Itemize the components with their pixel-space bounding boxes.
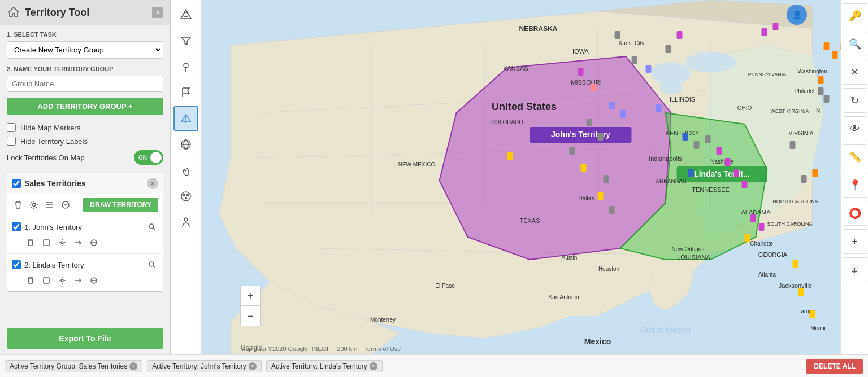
location-tool-button[interactable]: 📍 xyxy=(843,173,867,198)
crosshair-tool-button[interactable]: ✕ xyxy=(843,60,867,85)
lock-territories-label: Lock Territories On Map xyxy=(7,154,128,162)
draw-territory-button[interactable]: DRAW TERRITORY xyxy=(83,198,158,212)
territory-group-header: Sales Territories × xyxy=(7,173,163,194)
export-button[interactable]: Export To File xyxy=(7,328,163,349)
territory-2-shape-icon[interactable] xyxy=(40,274,53,287)
svg-rect-100 xyxy=(598,133,604,141)
territory-2-circle-icon[interactable] xyxy=(88,274,100,287)
status-bar: Active Territory Group: Sales Territorie… xyxy=(0,354,868,377)
svg-rect-112 xyxy=(705,135,711,143)
svg-rect-118 xyxy=(750,214,756,222)
step2-label: 2. NAME YOUR TERRITORY GROUP xyxy=(7,65,163,72)
group-name-input[interactable] xyxy=(7,76,163,92)
svg-text:SOUTH CAROLINA: SOUTH CAROLINA xyxy=(767,221,812,227)
filter-tool-button[interactable] xyxy=(173,28,198,53)
svg-text:Charlotte: Charlotte xyxy=(750,240,773,247)
add-territory-group-button[interactable]: ADD TERRITORY GROUP + xyxy=(7,98,163,115)
svg-point-22 xyxy=(184,63,188,68)
fire-tool-button[interactable] xyxy=(173,158,198,183)
territory-1-checkbox[interactable] xyxy=(12,222,21,231)
territory-1-settings-icon[interactable] xyxy=(56,236,68,249)
svg-point-28 xyxy=(181,192,190,201)
svg-rect-102 xyxy=(581,164,587,172)
person-tool-button[interactable] xyxy=(173,210,198,235)
status-tag-john-close[interactable]: × xyxy=(249,362,257,370)
hide-markers-checkbox[interactable] xyxy=(7,123,16,132)
lines-icon[interactable] xyxy=(44,199,56,211)
svg-rect-126 xyxy=(832,51,838,59)
territory-2-search-icon[interactable] xyxy=(146,258,158,271)
svg-rect-108 xyxy=(656,104,662,112)
svg-text:Houston: Houston xyxy=(598,266,619,272)
svg-rect-96 xyxy=(591,84,597,91)
key-tool-button[interactable]: 🔑 xyxy=(843,3,867,28)
svg-rect-131 xyxy=(824,95,830,103)
svg-text:United States: United States xyxy=(492,101,557,112)
svg-text:NORTH CAROLINA: NORTH CAROLINA xyxy=(772,199,818,204)
svg-point-29 xyxy=(184,195,185,196)
hide-markers-row: Hide Map Markers xyxy=(7,123,163,132)
close-button[interactable]: × xyxy=(152,7,163,18)
zoom-in-button[interactable]: + xyxy=(240,286,261,306)
territory-1-circle-icon[interactable] xyxy=(88,236,100,249)
territory-2-settings-icon[interactable] xyxy=(56,274,68,287)
territory-2-checkbox[interactable] xyxy=(12,260,21,269)
svg-text:N: N xyxy=(816,108,820,114)
territory-item-2: 2. Linda's Territory xyxy=(7,253,163,291)
svg-rect-109 xyxy=(507,152,513,160)
delete-all-button[interactable]: DELETE ALL xyxy=(806,359,863,374)
status-tag-group-close[interactable]: × xyxy=(129,362,137,370)
status-tag-group: Active Territory Group: Sales Territorie… xyxy=(5,360,142,372)
svg-text:OHIO: OHIO xyxy=(737,105,752,111)
map-left-toolbar xyxy=(171,0,202,354)
svg-point-9 xyxy=(61,242,63,244)
pin-tool-button[interactable] xyxy=(173,54,198,79)
palette-tool-button[interactable] xyxy=(173,184,198,209)
flag-tool-button[interactable] xyxy=(173,80,198,105)
settings-icon[interactable] xyxy=(28,199,40,211)
svg-rect-115 xyxy=(734,169,739,177)
svg-rect-125 xyxy=(824,42,830,50)
svg-rect-129 xyxy=(813,169,818,177)
svg-point-16 xyxy=(61,279,63,282)
svg-text:Kans. City: Kans. City xyxy=(619,40,645,46)
toggle-on-label: ON xyxy=(138,155,147,161)
territory-1-search-icon[interactable] xyxy=(146,221,158,233)
svg-text:PENNSYLVANIA: PENNSYLVANIA xyxy=(748,72,787,77)
svg-rect-111 xyxy=(694,141,700,149)
status-tag-linda-close[interactable]: × xyxy=(370,362,377,370)
eye-tool-button[interactable]: 👁 xyxy=(843,116,867,141)
zoom-out-button[interactable]: − xyxy=(240,306,261,326)
circle-minus-icon[interactable] xyxy=(59,199,72,211)
svg-point-31 xyxy=(185,198,187,199)
svg-text:Washington: Washington xyxy=(797,68,827,74)
trash-icon[interactable] xyxy=(12,199,24,211)
measure-tool-button[interactable]: 📏 xyxy=(843,144,867,169)
svg-rect-134 xyxy=(798,288,804,296)
territory-tool-button[interactable] xyxy=(173,106,198,131)
globe-tool-button[interactable] xyxy=(173,132,198,157)
territory-1-arrow-icon[interactable] xyxy=(72,236,84,249)
add-tool-button[interactable]: + xyxy=(843,229,867,254)
territory-1-name: 1. John's Territory xyxy=(24,223,142,231)
svg-text:Philadel...: Philadel... xyxy=(795,88,819,94)
group-close-button[interactable]: × xyxy=(147,178,158,189)
svg-text:ALABAMA: ALABAMA xyxy=(741,209,771,216)
territory-2-arrow-icon[interactable] xyxy=(72,274,84,287)
territory-1-trash-icon[interactable] xyxy=(24,236,37,249)
group-checkbox[interactable] xyxy=(12,179,21,188)
territory-1-shape-icon[interactable] xyxy=(40,236,53,249)
search-map-button[interactable]: 🔍 xyxy=(843,32,867,56)
shapes-tool-button[interactable] xyxy=(173,2,198,27)
lock-territories-toggle[interactable]: ON xyxy=(134,150,163,165)
svg-text:KANSAS: KANSAS xyxy=(503,65,528,72)
rotate-tool-button[interactable]: ↻ xyxy=(843,88,867,113)
status-tag-john: Active Territory: John's Territory × xyxy=(147,360,262,372)
territory-1-header: 1. John's Territory xyxy=(12,221,158,233)
task-dropdown[interactable]: Create New Territory Group xyxy=(7,41,163,59)
calc-tool-button[interactable]: 🖩 xyxy=(843,257,867,282)
svg-text:NEW MEXICO: NEW MEXICO xyxy=(398,161,436,168)
territory-2-trash-icon[interactable] xyxy=(24,274,37,287)
lasso-tool-button[interactable]: ⭕ xyxy=(843,201,867,226)
hide-labels-checkbox[interactable] xyxy=(7,137,16,146)
